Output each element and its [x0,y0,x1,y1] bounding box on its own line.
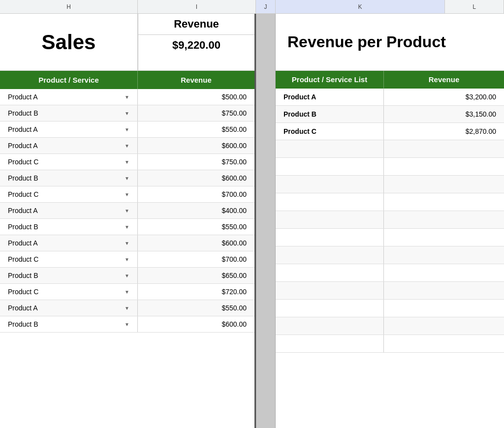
product-cell[interactable]: Product B ▼ [0,316,138,332]
empty-cell [276,140,384,157]
revenue-cell: $2,870.00 [384,123,504,140]
product-name: Product C [8,255,38,263]
empty-cell-right [384,335,504,352]
empty-cell [276,317,384,335]
dropdown-arrow-icon[interactable]: ▼ [125,111,129,116]
product-cell[interactable]: Product B ▼ [0,170,138,186]
revenue-label: Revenue [138,14,254,35]
table-row: Product A ▼ $500.00 [0,89,254,105]
product-name: Product B [8,109,38,117]
dropdown-arrow-icon[interactable]: ▼ [125,306,129,311]
sales-section: Sales Revenue $9,220.00 Product / Servic… [0,14,256,428]
empty-cell [276,158,384,175]
revenue-cell: $550.00 [138,122,254,137]
right-title: Revenue per Product [276,14,504,71]
col-header-h: H [0,0,138,13]
product-cell[interactable]: Product C ▼ [0,284,138,300]
revenue-cell: $600.00 [138,170,254,186]
table-row: Product B ▼ $600.00 [0,316,254,333]
empty-cell [276,176,384,193]
dropdown-arrow-icon[interactable]: ▼ [125,143,129,149]
product-name: Product C [8,158,38,166]
revenue-per-product-section: Revenue per Product Product / Service Li… [276,14,504,428]
revenue-cell: $750.00 [138,105,254,121]
dropdown-arrow-icon[interactable]: ▼ [125,192,129,197]
product-cell: Product B [276,106,384,122]
product-cell[interactable]: Product A ▼ [0,89,138,105]
product-cell[interactable]: Product C ▼ [0,251,138,267]
product-name: Product A [8,239,38,247]
revenue-cell: $600.00 [138,235,254,251]
table-row: Product A ▼ $550.00 [0,122,254,138]
dropdown-arrow-icon[interactable]: ▼ [125,289,129,295]
dropdown-arrow-icon[interactable]: ▼ [125,127,129,132]
empty-cell [276,335,384,352]
empty-cell [276,282,384,299]
product-cell[interactable]: Product C ▼ [0,186,138,202]
empty-row [276,335,504,353]
empty-cell-right [384,176,504,193]
empty-row [276,158,504,176]
empty-row [276,282,504,300]
revenue-cell: $700.00 [138,251,254,267]
empty-cell-right [384,193,504,211]
revenue-cell: $400.00 [138,203,254,218]
left-table-header: Product / Service Revenue [0,71,254,89]
empty-row [276,193,504,211]
revenue-cell: $3,200.00 [384,89,504,105]
revenue-cell: $750.00 [138,154,254,170]
table-row: Product B ▼ $550.00 [0,219,254,235]
revenue-cell: $700.00 [138,186,254,202]
product-cell[interactable]: Product A ▼ [0,203,138,218]
left-header-revenue: Revenue [138,71,254,89]
revenue-cell: $550.00 [138,300,254,316]
table-row: Product B ▼ $750.00 [0,105,254,122]
dropdown-arrow-icon[interactable]: ▼ [125,208,129,214]
col-header-k: K [276,0,445,13]
product-cell[interactable]: Product B ▼ [0,268,138,283]
table-row: Product A ▼ $400.00 [0,203,254,219]
product-cell[interactable]: Product A ▼ [0,235,138,251]
dropdown-arrow-icon[interactable]: ▼ [125,273,129,278]
dropdown-arrow-icon[interactable]: ▼ [125,94,129,100]
column-headers: H I J K L [0,0,504,14]
col-header-j: J [256,0,276,13]
product-cell[interactable]: Product B ▼ [0,219,138,235]
product-cell[interactable]: Product C ▼ [0,154,138,170]
main-content: Sales Revenue $9,220.00 Product / Servic… [0,14,504,428]
divider-col [256,14,276,428]
empty-cell-right [384,140,504,157]
empty-cell-right [384,300,504,317]
title-area: Sales Revenue $9,220.00 [0,14,254,71]
revenue-cell: $550.00 [138,219,254,235]
revenue-cell: $650.00 [138,268,254,283]
product-name: Product A [8,304,38,312]
table-row: Product B ▼ $650.00 [0,268,254,284]
dropdown-arrow-icon[interactable]: ▼ [125,176,129,181]
right-header-product: Product / Service List [276,71,384,89]
table-row: Product C ▼ $700.00 [0,251,254,268]
revenue-total: $9,220.00 [138,35,254,56]
dropdown-arrow-icon[interactable]: ▼ [125,224,129,230]
product-name: Product A [8,125,38,133]
revenue-cell: $600.00 [138,316,254,332]
table-row: Product C ▼ $720.00 [0,284,254,300]
product-cell[interactable]: Product A ▼ [0,300,138,316]
empty-cell-right [384,158,504,175]
empty-row [276,300,504,317]
dropdown-arrow-icon[interactable]: ▼ [125,257,129,262]
empty-row [276,211,504,229]
dropdown-arrow-icon[interactable]: ▼ [125,159,129,165]
table-row: Product B $3,150.00 [276,106,504,123]
product-cell[interactable]: Product B ▼ [0,105,138,121]
product-name: Product B [8,272,38,279]
dropdown-arrow-icon[interactable]: ▼ [125,322,129,327]
product-cell[interactable]: Product A ▼ [0,122,138,137]
dropdown-arrow-icon[interactable]: ▼ [125,241,129,246]
right-table-header: Product / Service List Revenue [276,71,504,89]
empty-cell [276,211,384,228]
empty-cell-right [384,282,504,299]
product-cell[interactable]: Product A ▼ [0,138,138,153]
product-name: Product A [8,207,38,214]
empty-cell [276,264,384,281]
